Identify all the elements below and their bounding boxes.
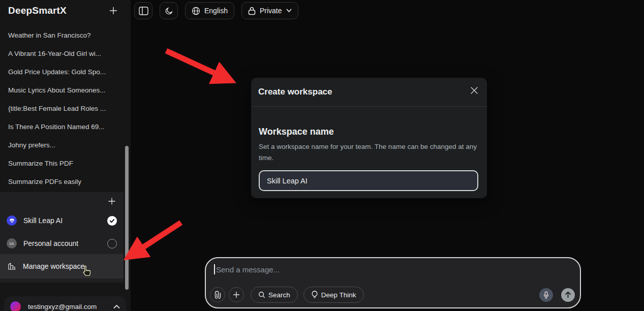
building-icon: [7, 262, 16, 271]
microphone-icon: [543, 291, 549, 299]
search-icon: [258, 291, 265, 298]
account-avatar: [10, 301, 21, 311]
chat-history-item[interactable]: {title:Best Female Lead Roles ...: [0, 100, 127, 118]
language-label: English: [204, 7, 228, 15]
theme-toggle-button[interactable]: [160, 2, 178, 19]
moon-icon: [165, 7, 173, 15]
chat-history-item[interactable]: Gold Price Updates: Gold Spo...: [0, 63, 127, 81]
create-workspace-modal: Create workspace Workspace name Set a wo…: [251, 78, 487, 198]
chat-history-item[interactable]: Weather in San Francisco?: [0, 26, 127, 45]
modal-title: Create workspace: [258, 87, 332, 97]
lock-icon: [248, 7, 256, 15]
workspace-name-description: Set a workspace name for your team. The …: [259, 141, 482, 164]
deep-think-label: Deep Think: [321, 291, 356, 299]
close-icon[interactable]: [469, 85, 480, 96]
manage-workspace-button[interactable]: Manage workspace: [0, 254, 124, 278]
search-toggle-button[interactable]: Search: [251, 287, 298, 303]
workspace-name: Personal account: [23, 239, 107, 247]
chat-history-item[interactable]: Music Lyrics About Someones...: [0, 81, 127, 100]
workspace-item-personal-account[interactable]: SA Personal account: [0, 234, 124, 253]
red-arrow-to-modal: [166, 51, 231, 81]
search-label: Search: [268, 291, 290, 299]
language-button[interactable]: English: [185, 2, 234, 19]
top-toolbar: English Private: [134, 2, 298, 19]
red-arrow-to-manage-workspace: [128, 223, 181, 257]
arrow-up-icon: [565, 291, 571, 298]
globe-icon: [192, 7, 200, 15]
workspace-item-skill-leap-ai[interactable]: Skill Leap AI: [0, 211, 124, 230]
chevron-up-icon: [113, 304, 120, 309]
workspace-name-input[interactable]: [259, 170, 478, 191]
sidebar-header: DeepSmartX: [0, 3, 131, 20]
plus-icon: [108, 197, 116, 205]
app-title: DeepSmartX: [8, 5, 67, 16]
composer-toolbar: Search Deep Think: [210, 287, 575, 303]
text-caret: [214, 264, 215, 274]
voice-input-button[interactable]: [539, 288, 553, 302]
privacy-button[interactable]: Private: [241, 2, 298, 19]
sidebar: DeepSmartX Weather in San Francisco?A Vi…: [0, 0, 131, 311]
toggle-sidebar-button[interactable]: [134, 2, 152, 19]
privacy-label: Private: [260, 7, 282, 15]
new-chat-button[interactable]: [107, 5, 119, 17]
message-placeholder: Send a message...: [216, 265, 280, 274]
modal-header: Create workspace: [251, 78, 487, 107]
paperclip-icon: [214, 291, 221, 299]
deep-think-toggle-button[interactable]: Deep Think: [303, 287, 364, 303]
personal-avatar: SA: [7, 238, 17, 248]
chat-history-item[interactable]: A Vibrant 16-Year-Old Girl wi...: [0, 45, 127, 63]
chat-history-item[interactable]: Is There A Position Named 69...: [0, 118, 127, 136]
send-message-button[interactable]: [561, 288, 575, 302]
attach-file-button[interactable]: [210, 287, 225, 302]
plus-icon: [233, 291, 240, 298]
unselected-radio-icon: [107, 239, 117, 248]
chat-history-list: Weather in San Francisco?A Vibrant 16-Ye…: [0, 26, 127, 191]
chevron-down-icon: [286, 9, 292, 13]
manage-workspace-label: Manage workspace: [23, 262, 84, 270]
chat-history-item[interactable]: Summarize PDFs easily: [0, 173, 127, 191]
workspace-name: Skill Leap AI: [23, 216, 107, 225]
plus-icon: [109, 6, 118, 15]
add-button[interactable]: [229, 287, 244, 302]
message-input[interactable]: Send a message...: [214, 264, 280, 274]
chat-history-item[interactable]: Summarize This PDF: [0, 154, 127, 173]
modal-body: Workspace name Set a workspace name for …: [251, 107, 487, 191]
chat-history-item[interactable]: Johny prefers...: [0, 136, 127, 154]
sidebar-panel-icon: [139, 7, 148, 15]
account-email: testingxyz@gmail.com: [28, 303, 113, 310]
sidebar-scrollbar[interactable]: [125, 146, 129, 290]
workspace-switcher-panel: Skill Leap AI SA Personal account Manage…: [0, 192, 124, 283]
workspace-avatar-icon: [7, 215, 17, 226]
add-workspace-button[interactable]: [107, 196, 117, 206]
lightbulb-icon: [311, 291, 318, 299]
account-menu-button[interactable]: testingxyz@gmail.com: [4, 296, 126, 311]
workspace-name-heading: Workspace name: [259, 127, 479, 137]
message-composer: Send a message... Search: [205, 257, 581, 308]
selected-check-icon: [107, 216, 117, 226]
